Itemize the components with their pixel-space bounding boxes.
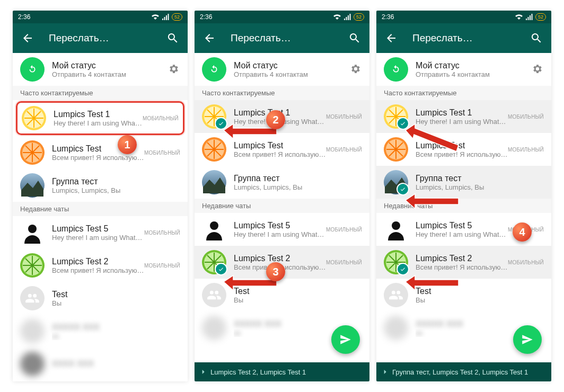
status-bar: 2:36 52	[13, 11, 188, 23]
contact-avatar	[384, 104, 408, 129]
contact-status: Всем привет! Я использую WhatsApp.	[52, 266, 144, 274]
citrus-icon	[20, 253, 45, 278]
search-icon	[348, 32, 361, 44]
status-settings-button[interactable]	[349, 63, 362, 76]
contact-row-blurred[interactable]: XXXX XXX	[13, 348, 188, 380]
section-frequent: Часто контактируемые	[13, 86, 188, 100]
contact-row-lumpics-test-1[interactable]: Lumpics Test 1Hey there! I am using What…	[376, 100, 551, 133]
search-button[interactable]	[344, 28, 365, 49]
back-button[interactable]	[199, 28, 220, 49]
selected-recipients-bar: Группа тест, Lumpics Test 2, Lumpics Tes…	[376, 362, 551, 381]
status-settings-button[interactable]	[168, 63, 180, 76]
app-bar: Переслать…	[376, 23, 551, 53]
annotation-arrow	[406, 119, 461, 156]
contact-row-test[interactable]: TestВы	[13, 282, 188, 315]
contact-avatar	[202, 250, 226, 274]
contact-row-lumpics-test-5[interactable]: Lumpics Test 5Hey there! I am using What…	[195, 213, 369, 246]
contact-row-group-test[interactable]: Группа тестLumpics, Lumpics, Вы	[195, 166, 369, 199]
back-arrow-icon	[21, 32, 34, 44]
contact-name: Lumpics Test 2	[52, 257, 144, 266]
search-icon	[530, 32, 543, 44]
gear-icon	[349, 63, 362, 76]
chevron-right-icon	[381, 368, 389, 376]
group-icon	[25, 291, 40, 306]
person-silhouette-icon	[20, 220, 45, 245]
citrus-icon	[202, 137, 226, 162]
screen-title: Переслать…	[412, 32, 526, 44]
contact-row-lumpics-test-1[interactable]: Lumpics Test 1Hey there! I am using What…	[16, 101, 184, 135]
contact-avatar	[20, 253, 45, 278]
annotation-arrow	[406, 270, 461, 297]
contact-row-test[interactable]: TestВы	[195, 279, 369, 311]
svg-marker-66	[406, 194, 459, 209]
svg-point-14	[28, 225, 37, 233]
battery-indicator: 52	[535, 13, 546, 21]
chevron-right-icon	[199, 368, 207, 376]
refresh-icon	[27, 64, 38, 75]
my-status-title: Мой статус	[52, 61, 168, 70]
back-button[interactable]	[17, 28, 38, 49]
status-time: 2:36	[18, 13, 30, 21]
contact-row-lumpics-test[interactable]: Lumpics TestВсем привет! Я использую Wha…	[376, 133, 551, 166]
refresh-icon	[208, 64, 220, 75]
contact-row-group-test[interactable]: Группа тестLumpics, Lumpics, Вы	[13, 169, 188, 202]
send-fab[interactable]	[513, 325, 542, 354]
app-bar: Переслать…	[195, 23, 369, 53]
person-silhouette-icon	[202, 217, 226, 242]
group-icon	[389, 288, 403, 302]
screenshot-1: 2:36 52 Переслать… Мой статусОтправить 4…	[13, 11, 188, 381]
status-time: 2:36	[200, 13, 212, 21]
search-icon	[166, 32, 179, 44]
citrus-icon	[384, 137, 408, 162]
contact-row-lumpics-test[interactable]: Lumpics TestВсем привет! Я использую Wha…	[195, 133, 369, 166]
contact-row-test[interactable]: TestВы	[376, 279, 551, 311]
contact-status: Вы	[52, 299, 180, 307]
search-button[interactable]	[526, 28, 547, 49]
battery-indicator: 52	[172, 13, 182, 21]
citrus-icon	[22, 106, 46, 130]
contact-avatar	[202, 170, 226, 194]
step-marker-2: 2	[266, 110, 285, 129]
svg-marker-65	[406, 124, 459, 152]
contact-row-blurred[interactable]: XXXXX XXXxx	[13, 315, 188, 348]
my-status-row[interactable]: Мой статусОтправить 4 контактам	[376, 53, 551, 86]
contact-name: Test	[52, 290, 180, 299]
battery-indicator: 52	[354, 13, 364, 21]
my-status-row[interactable]: Мой статусОтправить 4 контактам	[195, 53, 369, 86]
person-silhouette-icon	[384, 217, 408, 242]
status-time: 2:36	[382, 13, 394, 21]
status-settings-button[interactable]	[531, 63, 544, 76]
gear-icon	[531, 63, 544, 76]
contact-name: Группа тест	[52, 177, 180, 186]
search-button[interactable]	[162, 28, 183, 49]
landscape-avatar-icon	[20, 173, 45, 198]
citrus-icon	[20, 140, 45, 165]
svg-marker-67	[406, 275, 459, 290]
back-button[interactable]	[381, 28, 402, 49]
signal-icon	[343, 14, 351, 20]
section-recent: Недавние чаты	[376, 199, 551, 213]
signal-icon	[525, 14, 533, 20]
contact-row-lumpics-test-5[interactable]: Lumpics Test 5Hey there! I am using What…	[13, 216, 188, 249]
group-icon	[207, 288, 222, 302]
gear-icon	[168, 63, 180, 76]
screenshot-2: 2:36 52 Переслать… Мой статусОтправить 4…	[195, 11, 369, 381]
send-icon	[521, 333, 534, 346]
contact-avatar	[384, 170, 408, 194]
contact-row-lumpics-test-2[interactable]: Lumpics Test 2Всем привет! Я использую W…	[13, 249, 188, 282]
annotation-arrow	[406, 189, 461, 215]
status-bar: 2:36 52	[376, 11, 551, 23]
contact-row-lumpics-test[interactable]: Lumpics TestВсем привет! Я использую Wha…	[13, 136, 188, 169]
my-status-row[interactable]: Мой статусОтправить 4 контактам	[13, 53, 188, 86]
back-arrow-icon	[385, 32, 398, 44]
step-marker-3: 3	[266, 262, 285, 281]
status-avatar	[20, 57, 45, 82]
contact-row-lumpics-test-2[interactable]: Lumpics Test 2Всем привет! Я использую W…	[376, 246, 551, 279]
status-avatar	[202, 57, 226, 82]
screenshot-3: 2:36 52 Переслать… Мой статусОтправить 4…	[376, 11, 551, 381]
contact-avatar	[202, 217, 226, 242]
contact-row-group-test[interactable]: Группа тестLumpics, Lumpics, Вы	[376, 166, 551, 199]
contact-status: Hey there! I am using WhatsApp.	[54, 119, 143, 127]
contact-type-tag: МОБИЛЬНЫЙ	[143, 115, 179, 121]
send-fab[interactable]	[331, 325, 360, 354]
